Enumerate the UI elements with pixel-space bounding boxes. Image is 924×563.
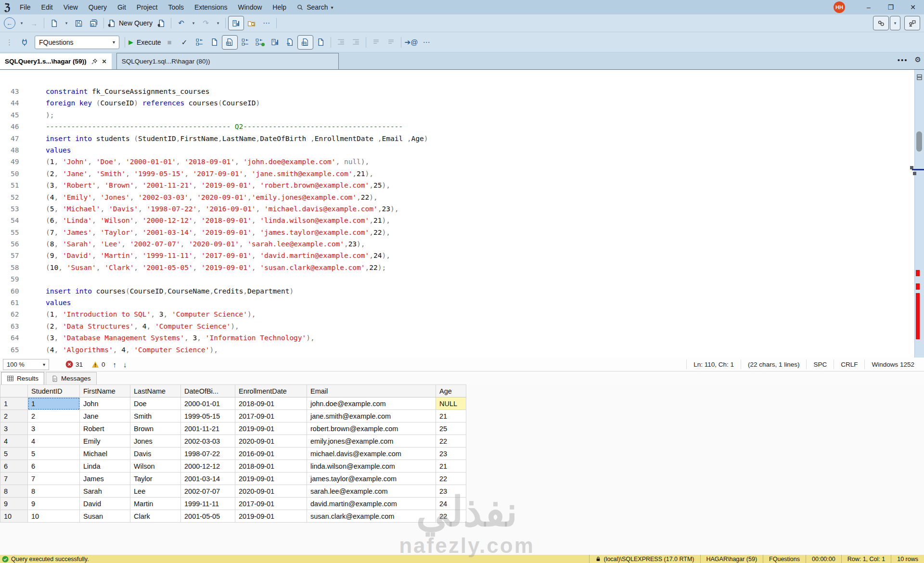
toolbar-options-button[interactable]: ⋯ <box>259 16 274 30</box>
grid-cell[interactable]: 2016-09-01 <box>235 448 307 460</box>
search-menu[interactable]: Search ▾ <box>292 3 338 11</box>
parse-query-button[interactable]: ✓ <box>177 36 192 49</box>
menu-edit[interactable]: Edit <box>36 0 58 14</box>
user-accounts-button[interactable] <box>873 16 889 30</box>
grid-column-header[interactable]: StudentID <box>28 385 80 397</box>
grid-cell[interactable]: 4 <box>28 435 80 448</box>
grid-cell[interactable]: 2020-09-01 <box>235 435 307 448</box>
grid-cell[interactable]: Martin <box>130 498 181 510</box>
grid-cell[interactable]: David <box>80 498 130 510</box>
grid-cell[interactable]: NULL <box>436 397 466 410</box>
code-line[interactable]: 55(7, 'James', 'Taylor', '2001-03-14', '… <box>0 227 915 238</box>
error-count[interactable]: 31 <box>65 360 83 368</box>
grid-column-header[interactable]: LastName <box>130 385 181 397</box>
new-query-button[interactable]: New Query <box>106 16 154 30</box>
results-to-file-button[interactable] <box>313 36 328 49</box>
grid-cell[interactable]: 2 <box>28 410 80 422</box>
menu-git[interactable]: Git <box>112 0 131 14</box>
execute-button[interactable]: ▶ Execute <box>128 36 162 49</box>
close-button[interactable]: ✕ <box>902 0 924 14</box>
find-in-files-button[interactable] <box>244 16 259 30</box>
grid-cell[interactable]: Smith <box>130 410 181 422</box>
grid-cell[interactable]: 22 <box>436 473 466 485</box>
code-text[interactable]: ); <box>38 109 54 121</box>
increase-indent-button[interactable] <box>348 36 363 49</box>
menu-extensions[interactable]: Extensions <box>189 0 232 14</box>
menu-view[interactable]: View <box>58 0 83 14</box>
grid-cell[interactable]: 7 <box>28 473 80 485</box>
code-line[interactable]: 44foreign key (CourseID) references cour… <box>0 97 915 109</box>
save-button[interactable] <box>71 16 86 30</box>
client-stats-button[interactable] <box>268 36 282 49</box>
code-line[interactable]: 62(1, 'Introduction to SQL', 3, 'Compute… <box>0 308 915 320</box>
query-designer-button[interactable] <box>228 16 244 30</box>
grid-cell[interactable]: 22 <box>436 435 466 448</box>
undo-button[interactable]: ↶ <box>174 16 189 30</box>
code-text[interactable]: (3, 'Robert', 'Brown', '2001-11-21', '20… <box>38 179 390 191</box>
tab-messages[interactable]: Messages <box>46 372 97 384</box>
code-line[interactable]: 43constraint fk_CourseAssignments_course… <box>0 86 915 97</box>
line-ending[interactable]: CRLF <box>834 359 864 369</box>
grid-row-header[interactable]: 10 <box>0 510 28 523</box>
code-line[interactable]: 46--------------------------------------… <box>0 121 915 132</box>
menu-query[interactable]: Query <box>83 0 112 14</box>
menu-help[interactable]: Help <box>267 0 292 14</box>
grid-cell[interactable]: 9 <box>28 498 80 510</box>
query-options-button[interactable] <box>207 36 222 49</box>
code-line[interactable]: 53(5, 'Michael', 'Davis', '1998-07-22', … <box>0 203 915 215</box>
new-file-button[interactable] <box>47 16 62 30</box>
grid-cell[interactable]: 2002-03-03 <box>181 435 235 448</box>
grid-cell[interactable]: 1999-11-11 <box>181 498 235 510</box>
grid-cell[interactable]: Susan <box>80 510 130 523</box>
grid-cell[interactable]: 2017-09-01 <box>235 498 307 510</box>
grid-cell[interactable]: 5 <box>28 448 80 460</box>
code-text[interactable]: (4, 'Emily', 'Jones', '2002-03-03', '202… <box>38 192 378 203</box>
grid-cell[interactable]: Michael <box>80 448 130 460</box>
grid-row-header[interactable]: 9 <box>0 498 28 510</box>
save-all-button[interactable] <box>86 16 101 30</box>
menu-window[interactable]: Window <box>233 0 268 14</box>
grid-cell[interactable]: emily.jones@example.com <box>307 435 436 448</box>
estimated-plan-button[interactable] <box>192 36 207 49</box>
pin-icon[interactable] <box>91 58 98 65</box>
grid-cell[interactable]: Jane <box>80 410 130 422</box>
grid-cell[interactable]: jane.smith@example.com <box>307 410 436 422</box>
intellisense-toggle-button[interactable] <box>222 35 238 50</box>
results-to-grid-button[interactable] <box>297 35 313 50</box>
grid-cell[interactable]: 3 <box>28 422 80 435</box>
redo-dropdown[interactable]: ▾ <box>213 16 223 30</box>
grid-cell[interactable]: 2019-09-01 <box>235 473 307 485</box>
grid-cell[interactable]: 2020-09-01 <box>235 485 307 498</box>
grid-column-header[interactable]: Email <box>307 385 436 397</box>
code-line[interactable]: 45); <box>0 109 915 121</box>
next-issue-button[interactable]: ↓ <box>123 360 127 369</box>
grid-row-header[interactable]: 6 <box>0 460 28 473</box>
menu-tools[interactable]: Tools <box>163 0 189 14</box>
grid-cell[interactable]: 23 <box>436 448 466 460</box>
cancel-query-button[interactable]: ■ <box>162 36 177 49</box>
grid-cell[interactable]: 2002-07-07 <box>181 485 235 498</box>
grid-cell[interactable]: Emily <box>80 435 130 448</box>
grid-cell[interactable]: John <box>80 397 130 410</box>
grid-cell[interactable]: Taylor <box>130 473 181 485</box>
code-line[interactable]: 57(9, 'David', 'Martin', '1999-11-11', '… <box>0 250 915 261</box>
grid-row-header[interactable]: 2 <box>0 410 28 422</box>
grid-cell[interactable]: Lee <box>130 485 181 498</box>
navigate-backward-dropdown[interactable]: ▾ <box>17 16 26 30</box>
grid-cell[interactable]: 2001-03-14 <box>181 473 235 485</box>
grid-cell[interactable]: 2018-09-01 <box>235 460 307 473</box>
grid-cell[interactable]: susan.clark@example.com <box>307 510 436 523</box>
grid-cell[interactable]: Clark <box>130 510 181 523</box>
grid-cell[interactable]: robert.brown@example.com <box>307 422 436 435</box>
grid-column-header[interactable]: EnrollmentDate <box>235 385 307 397</box>
grid-cell[interactable]: linda.wilson@example.com <box>307 460 436 473</box>
toolbar-overflow-button[interactable]: ⋯ <box>419 36 434 49</box>
code-text[interactable] <box>38 273 46 285</box>
grid-cell[interactable]: 23 <box>436 485 466 498</box>
grid-cell[interactable]: Robert <box>80 422 130 435</box>
tab-overflow-button[interactable]: ••• <box>898 56 908 64</box>
send-feedback-button[interactable] <box>904 16 920 30</box>
grid-cell[interactable]: 1999-05-15 <box>181 410 235 422</box>
grid-column-header[interactable]: DateOfBi... <box>181 385 235 397</box>
code-line[interactable]: 48values <box>0 144 915 156</box>
